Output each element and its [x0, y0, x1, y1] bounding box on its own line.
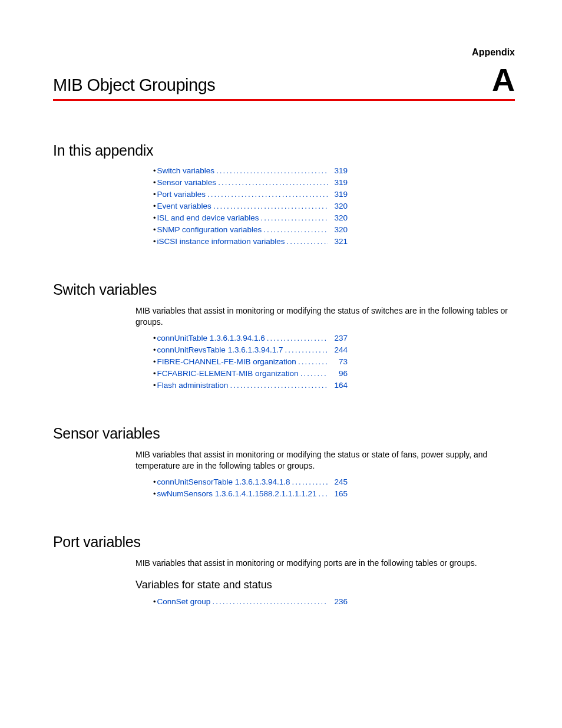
- bullet-icon: •: [153, 334, 156, 342]
- toc-page: 320: [330, 225, 348, 234]
- toc-list-port: • ConnSet group 236: [153, 597, 348, 606]
- toc-link: swNumSensors 1.3.6.1.4.1.1588.2.1.1.1.1.…: [157, 489, 317, 498]
- toc-link: ISL and end device variables: [157, 213, 259, 222]
- toc-leader: [298, 357, 328, 366]
- toc-link: Switch variables: [157, 166, 215, 175]
- toc-page: 237: [330, 334, 348, 342]
- toc-item[interactable]: • Switch variables 319: [153, 166, 348, 175]
- toc-page: 165: [330, 489, 348, 498]
- subheading-state-status: Variables for state and status: [135, 579, 515, 591]
- bullet-icon: •: [153, 213, 156, 222]
- body-sensor-variables: MIB variables that assist in monitoring …: [135, 449, 515, 472]
- toc-leader: [260, 213, 328, 222]
- toc-leader: [218, 178, 328, 187]
- bullet-icon: •: [153, 202, 156, 210]
- toc-page: 73: [330, 357, 348, 366]
- toc-link: Port variables: [157, 190, 206, 199]
- bullet-icon: •: [153, 477, 156, 486]
- toc-leader: [292, 477, 328, 486]
- toc-list-switch: • connUnitTable 1.3.6.1.3.94.1.6 237 • c…: [153, 334, 348, 390]
- toc-page: 319: [330, 190, 348, 199]
- toc-link: FCFABRIC-ELEMENT-MIB organization: [157, 369, 299, 378]
- toc-leader: [212, 597, 328, 606]
- toc-page: 245: [330, 477, 348, 486]
- bullet-icon: •: [153, 190, 156, 199]
- toc-page: 244: [330, 345, 348, 354]
- toc-page: 321: [330, 237, 348, 246]
- toc-item[interactable]: • connUnitTable 1.3.6.1.3.94.1.6 237: [153, 334, 348, 342]
- toc-item[interactable]: • swNumSensors 1.3.6.1.4.1.1588.2.1.1.1.…: [153, 489, 348, 498]
- toc-link: Event variables: [157, 202, 211, 210]
- bullet-icon: •: [153, 345, 156, 354]
- page-title: MIB Object Groupings: [53, 75, 215, 95]
- toc-page: 320: [330, 213, 348, 222]
- toc-leader: [263, 225, 328, 234]
- bullet-icon: •: [153, 237, 156, 246]
- toc-list-appendix: • Switch variables 319 • Sensor variable…: [153, 166, 348, 246]
- toc-page: 164: [330, 381, 348, 390]
- toc-leader: [286, 237, 328, 246]
- heading-in-this-appendix: In this appendix: [53, 142, 515, 159]
- bullet-icon: •: [153, 225, 156, 234]
- bullet-icon: •: [153, 357, 156, 366]
- toc-page: 320: [330, 202, 348, 210]
- toc-leader: [230, 381, 328, 390]
- toc-link: connUnitRevsTable 1.3.6.1.3.94.1.7: [157, 345, 283, 354]
- toc-item[interactable]: • Flash administration 164: [153, 381, 348, 390]
- bullet-icon: •: [153, 178, 156, 187]
- toc-item[interactable]: • SNMP configuration variables 320: [153, 225, 348, 234]
- toc-link: connUnitSensorTable 1.3.6.1.3.94.1.8: [157, 477, 290, 486]
- toc-item[interactable]: • Port variables 319: [153, 190, 348, 199]
- toc-link: SNMP configuration variables: [157, 225, 262, 234]
- toc-item[interactable]: • FIBRE-CHANNEL-FE-MIB organization 73: [153, 357, 348, 366]
- heading-port-variables: Port variables: [53, 533, 515, 551]
- toc-link: ConnSet group: [157, 597, 211, 606]
- heading-sensor-variables: Sensor variables: [53, 425, 515, 442]
- toc-page: 96: [330, 369, 348, 378]
- toc-item[interactable]: • Event variables 320: [153, 202, 348, 210]
- appendix-letter: A: [492, 64, 515, 95]
- bullet-icon: •: [153, 369, 156, 378]
- toc-link: iSCSI instance information variables: [157, 237, 285, 246]
- bullet-icon: •: [153, 597, 156, 606]
- heading-switch-variables: Switch variables: [53, 281, 515, 298]
- toc-leader: [213, 202, 328, 210]
- body-switch-variables: MIB variables that assist in monitoring …: [135, 305, 515, 328]
- toc-link: Flash administration: [157, 381, 229, 390]
- toc-list-sensor: • connUnitSensorTable 1.3.6.1.3.94.1.8 2…: [153, 477, 348, 498]
- toc-item[interactable]: • ConnSet group 236: [153, 597, 348, 606]
- toc-leader: [319, 489, 329, 498]
- toc-item[interactable]: • Sensor variables 319: [153, 178, 348, 187]
- toc-item[interactable]: • ISL and end device variables 320: [153, 213, 348, 222]
- appendix-label: Appendix: [472, 47, 515, 58]
- toc-link: connUnitTable 1.3.6.1.3.94.1.6: [157, 334, 265, 342]
- toc-page: 236: [330, 597, 348, 606]
- toc-link: FIBRE-CHANNEL-FE-MIB organization: [157, 357, 296, 366]
- toc-leader: [207, 190, 328, 199]
- title-rule: [53, 99, 515, 101]
- toc-item[interactable]: • connUnitSensorTable 1.3.6.1.3.94.1.8 2…: [153, 477, 348, 486]
- toc-leader: [216, 166, 328, 175]
- toc-leader: [285, 345, 328, 354]
- toc-page: 319: [330, 166, 348, 175]
- bullet-icon: •: [153, 381, 156, 390]
- toc-page: 319: [330, 178, 348, 187]
- toc-item[interactable]: • connUnitRevsTable 1.3.6.1.3.94.1.7 244: [153, 345, 348, 354]
- bullet-icon: •: [153, 489, 156, 498]
- toc-leader: [300, 369, 328, 378]
- bullet-icon: •: [153, 166, 156, 175]
- toc-leader: [267, 334, 328, 342]
- toc-link: Sensor variables: [157, 178, 217, 187]
- body-port-variables: MIB variables that assist in monitoring …: [135, 558, 515, 569]
- toc-item[interactable]: • iSCSI instance information variables 3…: [153, 237, 348, 246]
- toc-item[interactable]: • FCFABRIC-ELEMENT-MIB organization 96: [153, 369, 348, 378]
